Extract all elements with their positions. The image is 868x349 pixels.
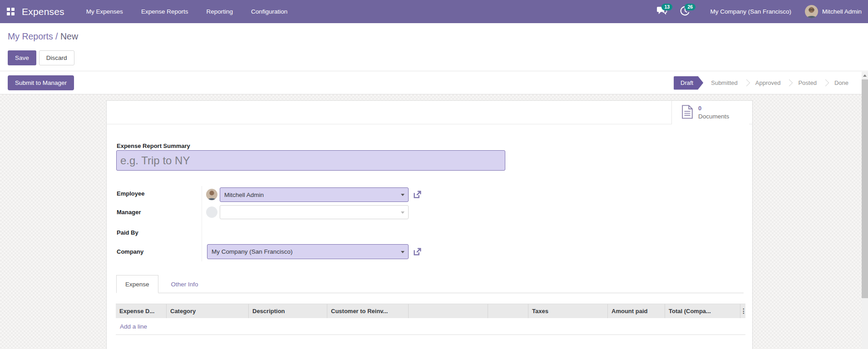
control-panel-buttons: Save Discard xyxy=(8,50,74,65)
column-header-amount-paid[interactable]: Amount paid xyxy=(608,304,665,318)
nav-item-configuration[interactable]: Configuration xyxy=(242,0,296,23)
employee-input[interactable] xyxy=(220,187,409,202)
user-avatar xyxy=(805,5,818,18)
company-switcher[interactable]: My Company (San Francisco) xyxy=(696,0,803,23)
add-a-line-link[interactable]: Add a line xyxy=(116,323,147,330)
employee-dropdown-caret-icon[interactable] xyxy=(401,194,404,196)
employee-external-link-icon[interactable] xyxy=(412,190,422,200)
messages-button[interactable]: 13 xyxy=(651,0,674,23)
status-step-posted[interactable]: Posted xyxy=(792,76,822,90)
documents-count: 0 xyxy=(698,104,729,113)
employee-label: Employee xyxy=(117,190,144,197)
document-icon xyxy=(681,105,693,121)
group-divider xyxy=(202,186,202,261)
company-external-link-icon[interactable] xyxy=(412,247,422,257)
user-menu[interactable]: Mitchell Admin xyxy=(803,0,868,23)
employee-avatar xyxy=(206,189,217,200)
vertical-scrollbar[interactable] xyxy=(862,72,868,349)
form-sheet: 0 Documents Expense Report Summary Emplo… xyxy=(106,100,753,349)
column-header-customer-to-reinvoice[interactable]: Customer to Reinv... xyxy=(327,304,409,318)
breadcrumb-current: New xyxy=(60,31,78,41)
column-header-description[interactable]: Description xyxy=(249,304,327,318)
documents-stat-button[interactable]: 0 Documents xyxy=(671,101,749,124)
tab-expense[interactable]: Expense xyxy=(116,275,158,293)
manager-dropdown-caret-icon[interactable] xyxy=(401,211,404,214)
status-steps: Draft Submitted Approved Posted Done xyxy=(674,76,854,90)
control-panel: My Reports / New Save Discard xyxy=(0,23,868,71)
manager-avatar-placeholder xyxy=(206,206,217,218)
notebook-tabs: Expense Other Info xyxy=(116,275,207,293)
nav-item-reporting[interactable]: Reporting xyxy=(197,0,242,23)
column-header-total-company[interactable]: Total (Compa... xyxy=(665,304,740,318)
column-header-expense-date[interactable]: Expense D... xyxy=(116,304,167,318)
button-box-strip: 0 Documents xyxy=(107,101,752,124)
breadcrumb-link-my-reports[interactable]: My Reports xyxy=(8,31,53,41)
expense-lines-add-row: Add a line xyxy=(116,318,745,335)
status-step-draft[interactable]: Draft xyxy=(674,76,703,90)
save-button[interactable]: Save xyxy=(8,50,36,65)
breadcrumb-separator: / xyxy=(53,31,60,41)
scrollbar-up-arrow[interactable] xyxy=(862,72,868,79)
discard-button[interactable]: Discard xyxy=(39,50,74,65)
apps-grid-icon xyxy=(7,8,15,15)
documents-label: Documents xyxy=(698,113,729,121)
status-step-done[interactable]: Done xyxy=(829,76,854,90)
expense-report-summary-input[interactable] xyxy=(116,150,505,171)
company-dropdown-caret-icon[interactable] xyxy=(401,251,404,253)
column-header-blank-1 xyxy=(409,304,488,318)
status-step-submitted[interactable]: Submitted xyxy=(705,76,744,90)
column-header-taxes[interactable]: Taxes xyxy=(528,304,608,318)
manager-label: Manager xyxy=(117,209,141,216)
nav-item-expense-reports[interactable]: Expense Reports xyxy=(132,0,197,23)
tabs-underline xyxy=(116,293,744,293)
paid-by-label: Paid By xyxy=(117,229,138,236)
status-chevron-icon xyxy=(743,79,750,87)
app-brand[interactable]: Expenses xyxy=(22,6,64,17)
breadcrumb: My Reports / New xyxy=(8,31,78,42)
user-name: Mitchell Admin xyxy=(822,8,862,15)
form-statusbar: Submit to Manager Draft Submitted Approv… xyxy=(0,72,868,94)
manager-input[interactable] xyxy=(220,205,409,219)
status-chevron-icon xyxy=(786,79,793,87)
apps-menu-button[interactable] xyxy=(0,0,21,23)
expense-lines-header: Expense D... Category Description Custom… xyxy=(116,304,745,318)
column-header-category[interactable]: Category xyxy=(167,304,249,318)
status-step-approved[interactable]: Approved xyxy=(750,76,787,90)
column-header-blank-2 xyxy=(488,304,528,318)
top-navbar: Expenses My Expenses Expense Reports Rep… xyxy=(0,0,868,23)
activities-button[interactable]: 26 xyxy=(674,0,696,23)
status-chevron-icon xyxy=(822,79,829,87)
messages-count-badge: 13 xyxy=(661,4,672,10)
summary-label: Expense Report Summary xyxy=(117,143,190,149)
tab-other-info[interactable]: Other Info xyxy=(163,275,207,293)
nav-item-my-expenses[interactable]: My Expenses xyxy=(77,0,132,23)
submit-to-manager-button[interactable]: Submit to Manager xyxy=(8,75,74,90)
company-label: Company xyxy=(117,248,143,255)
navbar-right: 13 26 My Company (San Francisco) xyxy=(651,0,868,23)
activities-count-badge: 26 xyxy=(685,4,695,10)
company-input[interactable] xyxy=(207,244,409,259)
optional-columns-toggle-icon[interactable]: ⋮ xyxy=(740,304,745,318)
nav-menus: My Expenses Expense Reports Reporting Co… xyxy=(77,0,296,23)
scrollbar-thumb[interactable] xyxy=(862,79,868,298)
